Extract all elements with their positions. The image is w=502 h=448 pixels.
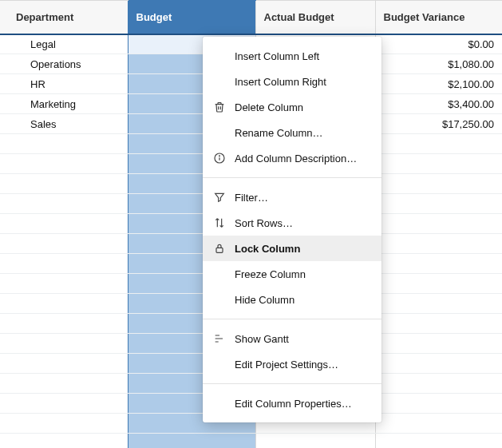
header-row: Department Budget Actual Budget Budget V… xyxy=(0,1,502,34)
cell-variance[interactable] xyxy=(375,214,502,234)
menu-freeze-column[interactable]: Freeze Column xyxy=(203,261,381,287)
cell-variance[interactable] xyxy=(375,254,502,274)
cell-variance[interactable] xyxy=(375,294,502,314)
menu-label: Insert Column Left xyxy=(235,50,370,62)
menu-insert-right[interactable]: Insert Column Right xyxy=(203,69,381,94)
svg-rect-3 xyxy=(216,248,223,252)
menu-label: Add Column Description… xyxy=(235,153,370,165)
cell-department[interactable] xyxy=(0,234,128,254)
cell-variance[interactable]: $3,400.00 xyxy=(375,94,502,114)
menu-label: Rename Column… xyxy=(235,127,370,139)
cell-variance[interactable] xyxy=(375,414,502,434)
cell-department[interactable] xyxy=(0,214,128,234)
menu-add-description[interactable]: Add Column Description… xyxy=(203,145,381,171)
menu-label: Sort Rows… xyxy=(235,217,370,229)
menu-show-gantt[interactable]: Show Gantt xyxy=(203,326,381,351)
cell-variance[interactable]: $17,250.00 xyxy=(375,114,502,134)
menu-rename-column[interactable]: Rename Column… xyxy=(203,120,381,145)
blank-icon xyxy=(212,396,227,410)
menu-label: Lock Column xyxy=(235,243,370,255)
cell-actual[interactable] xyxy=(255,434,375,449)
menu-label: Hide Column xyxy=(235,294,370,306)
cell-department[interactable]: Sales xyxy=(0,114,128,134)
table-row[interactable] xyxy=(0,434,502,449)
menu-separator xyxy=(203,319,381,319)
header-budget[interactable]: Budget xyxy=(128,1,255,34)
filter-icon xyxy=(212,190,227,204)
gantt-icon xyxy=(212,331,227,346)
cell-variance[interactable] xyxy=(375,154,502,174)
cell-department[interactable] xyxy=(0,274,128,294)
blank-icon xyxy=(212,292,227,307)
menu-delete-column[interactable]: Delete Column xyxy=(203,94,381,120)
cell-department[interactable] xyxy=(0,314,128,334)
cell-variance[interactable] xyxy=(375,134,502,154)
cell-department[interactable]: HR xyxy=(0,74,128,94)
menu-label: Filter… xyxy=(235,192,370,204)
svg-point-2 xyxy=(219,156,220,157)
cell-department[interactable] xyxy=(0,414,128,434)
cell-department[interactable]: Operations xyxy=(0,54,128,74)
cell-department[interactable] xyxy=(0,174,128,194)
cell-department[interactable] xyxy=(0,354,128,374)
info-icon xyxy=(212,151,227,165)
menu-label: Freeze Column xyxy=(235,268,370,280)
lock-icon xyxy=(212,241,227,256)
cell-department[interactable] xyxy=(0,134,128,154)
cell-department[interactable] xyxy=(0,434,128,449)
cell-department[interactable]: Marketing xyxy=(0,94,128,114)
blank-icon xyxy=(212,74,227,89)
cell-variance[interactable] xyxy=(375,374,502,394)
trash-icon xyxy=(212,100,227,114)
blank-icon xyxy=(212,49,227,63)
menu-lock-column[interactable]: Lock Column xyxy=(203,236,381,261)
menu-separator xyxy=(203,177,381,178)
menu-label: Insert Column Right xyxy=(235,76,370,88)
menu-separator xyxy=(203,383,381,384)
menu-label: Edit Column Properties… xyxy=(235,398,370,410)
cell-variance[interactable] xyxy=(375,394,502,414)
blank-icon xyxy=(212,357,227,371)
cell-department[interactable] xyxy=(0,334,128,354)
cell-variance[interactable] xyxy=(375,354,502,374)
cell-department[interactable] xyxy=(0,394,128,414)
menu-edit-column-properties[interactable]: Edit Column Properties… xyxy=(203,391,381,416)
menu-label: Edit Project Settings… xyxy=(235,359,370,371)
header-actual[interactable]: Actual Budget xyxy=(255,1,375,34)
menu-filter[interactable]: Filter… xyxy=(203,184,381,210)
header-variance[interactable]: Budget Variance xyxy=(375,1,502,34)
menu-label: Show Gantt xyxy=(235,333,370,345)
cell-department[interactable]: Legal xyxy=(0,34,128,54)
cell-department[interactable] xyxy=(0,154,128,174)
cell-variance[interactable] xyxy=(375,434,502,449)
cell-variance[interactable] xyxy=(375,194,502,214)
cell-variance[interactable] xyxy=(375,314,502,334)
cell-department[interactable] xyxy=(0,194,128,214)
cell-department[interactable] xyxy=(0,294,128,314)
cell-variance[interactable]: $0.00 xyxy=(375,34,502,54)
header-department[interactable]: Department xyxy=(0,1,128,34)
cell-variance[interactable] xyxy=(375,274,502,294)
blank-icon xyxy=(212,125,227,140)
menu-label: Delete Column xyxy=(235,101,370,113)
cell-variance[interactable] xyxy=(375,234,502,254)
menu-edit-project-settings[interactable]: Edit Project Settings… xyxy=(203,351,381,377)
sort-icon xyxy=(212,216,227,230)
cell-department[interactable] xyxy=(0,374,128,394)
menu-insert-left[interactable]: Insert Column Left xyxy=(203,43,381,69)
blank-icon xyxy=(212,267,227,281)
cell-variance[interactable]: $2,100.00 xyxy=(375,74,502,94)
menu-sort-rows[interactable]: Sort Rows… xyxy=(203,210,381,236)
cell-budget[interactable] xyxy=(128,434,255,449)
cell-variance[interactable] xyxy=(375,174,502,194)
cell-department[interactable] xyxy=(0,254,128,274)
column-context-menu: Insert Column Left Insert Column Right D… xyxy=(203,37,381,422)
cell-variance[interactable]: $1,080.00 xyxy=(375,54,502,74)
menu-hide-column[interactable]: Hide Column xyxy=(203,287,381,312)
cell-variance[interactable] xyxy=(375,334,502,354)
